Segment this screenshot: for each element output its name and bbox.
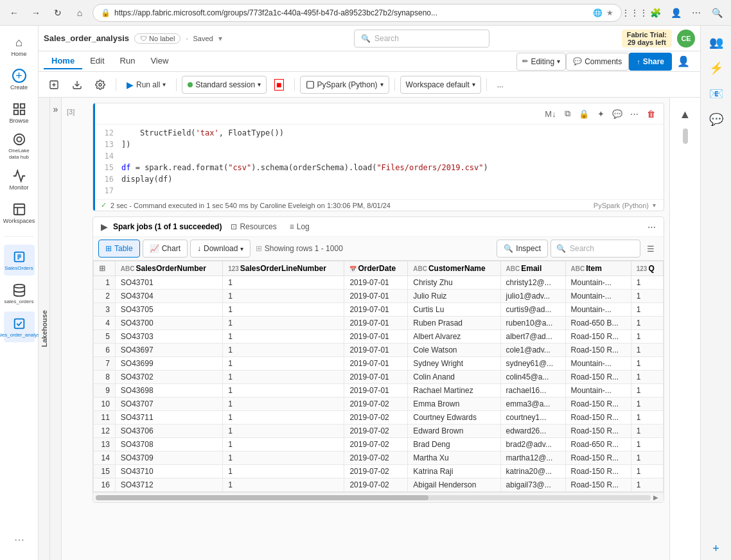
sidebar-more-btn[interactable]: ⋯ [4,524,35,555]
cell-format-btn[interactable]: M↓ [543,106,558,121]
browser-menu-btn[interactable]: ⋮⋮⋮ [626,4,644,22]
workspace-dropdown[interactable]: Workspace default ▾ [400,76,481,94]
cell-comment-btn[interactable]: 💬 [610,106,625,121]
browser-sidebar-btn[interactable]: 🔍 [708,4,726,22]
table-cell: 2019-07-01 [344,357,408,371]
table-cell: SO43701 [115,276,222,290]
download-button[interactable] [67,76,87,94]
sidebar-item-monitor[interactable]: Monitor [4,164,35,195]
lakehouse-sidebar[interactable]: Lakehouse [39,98,50,560]
expand-panel-button[interactable]: » [50,103,61,116]
stop-button[interactable]: ■ [269,76,288,94]
download-tab-button[interactable]: ↓ Download ▾ [190,240,251,258]
table-cell: SO43705 [115,303,222,317]
side-scroll-up[interactable]: ▲ [674,103,697,126]
no-label-badge[interactable]: 🛡 No label [134,33,181,44]
app-search[interactable]: 🔍 Search [354,30,489,48]
table-cell: 2019-07-01 [344,290,408,303]
kernel-dropdown[interactable]: PySpark (Python) ▾ [300,76,389,94]
chart-tab-button[interactable]: 📈 Chart [143,240,188,258]
cell-more-btn[interactable]: ⋯ [626,106,642,121]
refresh-button[interactable]: ↻ [49,4,67,22]
back-button[interactable]: ← [5,4,23,22]
table-cell: 15 [94,465,116,478]
spark-log-tab[interactable]: ≡ Log [286,221,313,232]
people-icon-btn[interactable]: 👥 [705,31,728,54]
col-header-q[interactable]: 123Q [631,261,663,276]
editing-button[interactable]: ✏ Editing ▾ [516,53,566,71]
cell-delete-btn[interactable]: 🗑 [643,106,658,121]
browser-profile-btn[interactable]: 👤 [667,4,685,22]
table-cell: 1 [223,398,344,411]
user-avatar[interactable]: CE [677,30,695,48]
spark-more-btn[interactable]: ⋯ [647,222,656,232]
col-header-item[interactable]: ABCItem [565,261,631,276]
table-filter-btn[interactable]: ☰ [643,241,658,256]
table-cell: Colin Anand [408,371,500,384]
home-button[interactable]: ⌂ [71,4,89,22]
forward-button[interactable]: → [27,4,45,22]
col-header-salesorderlinenumber[interactable]: 123SalesOrderLineNumber [223,261,344,276]
app-header: Sales_order_analysis 🛡 No label · Saved … [39,26,700,51]
sidebar-item-onelake[interactable]: OneLake data hub [4,131,35,162]
sidebar-item-analysis[interactable]: Sales_order_analysis [4,311,35,342]
settings-button[interactable] [90,76,110,94]
table-cell: SO43711 [115,411,222,424]
user-menu-button[interactable]: 👤 [672,53,695,71]
cell-code-content[interactable]: 12 StructField('tax', FloatType()) 13 ])… [93,125,664,199]
col-header-orderdate[interactable]: 📅OrderDate [344,261,408,276]
table-cell: Martha Xu [408,451,500,465]
table-cell: 10 [94,398,116,411]
col-header-customername[interactable]: ABCCustomerName [408,261,500,276]
col-header-salesordernumber[interactable]: ABCSalesOrderNumber [115,261,222,276]
sidebar-item-salesorders[interactable]: SalesOrders [4,245,35,276]
side-scroll-thumb[interactable] [683,128,688,144]
address-bar[interactable]: 🔒 https://app.fabric.microsoft.com/group… [92,4,622,22]
more-options-button[interactable]: ... [492,76,509,94]
col-header-email[interactable]: ABCEmail [500,261,565,276]
browser-more-btn[interactable]: ⋯ [687,4,705,22]
spark-expand-btn[interactable]: ▶ [101,222,108,232]
table-cell: Road-150 R... [565,465,631,478]
outlook-icon-btn[interactable]: 📧 [705,82,728,105]
table-search-box[interactable]: 🔍 Search [550,240,640,258]
browser-extensions-btn[interactable]: 🧩 [646,4,664,22]
sidebar-create-label: Create [10,84,28,91]
table-cell: 1 [223,317,344,330]
sidebar-item-create[interactable]: + Create [4,64,35,95]
table-row: 10SO4370712019-07-02Emma Brownemma3@a...… [94,398,664,411]
horizontal-scrollbar[interactable]: ▶ [93,492,664,502]
inspect-button[interactable]: 🔍 Inspect [497,240,548,258]
run-all-button[interactable]: ▶ Run all ▾ [121,76,171,94]
table-cell: Road-650 R... [565,438,631,451]
menu-tab-view[interactable]: View [143,53,176,69]
scroll-right-btn[interactable]: ▶ [651,493,661,503]
share-button[interactable]: ↑ Share [629,53,672,71]
add-cell-button[interactable] [44,76,64,94]
table-toolbar: ⊞ Table 📈 Chart ↓ Download [93,237,664,261]
spark-resources-label: Resources [240,222,276,231]
table-tab-button[interactable]: ⊞ Table [98,240,140,258]
add-icon-btn[interactable]: + [705,537,728,560]
table-cell: Mountain-... [565,290,631,303]
sidebar-item-home[interactable]: ⌂ Home [4,31,35,62]
data-table-wrapper[interactable]: ⊞ ABCSalesOrderNumber 123SalesOrderLineN… [93,261,664,492]
spark-resources-tab[interactable]: ⊡ Resources [227,221,280,232]
teams-icon-btn[interactable]: 💬 [705,108,728,131]
sidebar-home-label: Home [11,51,26,57]
cell-lock-btn[interactable]: 🔒 [576,106,592,121]
menu-tab-run[interactable]: Run [112,53,143,69]
menu-tab-edit[interactable]: Edit [82,53,112,69]
copilot-icon-btn[interactable]: ⚡ [705,57,728,80]
session-dropdown[interactable]: Standard session ▾ [182,76,267,94]
cell-copy-btn[interactable]: ⧉ [559,106,575,121]
cell-sparkle-btn[interactable]: ✦ [593,106,608,121]
table-body: 1SO4370112019-07-01Christy Zhuchristy12@… [94,276,664,492]
sidebar-item-sales-orders[interactable]: sales_orders [4,278,35,309]
menu-tab-home[interactable]: Home [44,53,82,69]
comments-button[interactable]: 💬 Comments [566,53,629,71]
table-cell: 2 [94,290,116,303]
sidebar-item-workspaces[interactable]: Workspaces [4,198,35,229]
sidebar-item-browse[interactable]: Browse [4,98,35,128]
spark-jobs-text: Spark jobs (1 of 1 succeeded) [113,222,222,231]
